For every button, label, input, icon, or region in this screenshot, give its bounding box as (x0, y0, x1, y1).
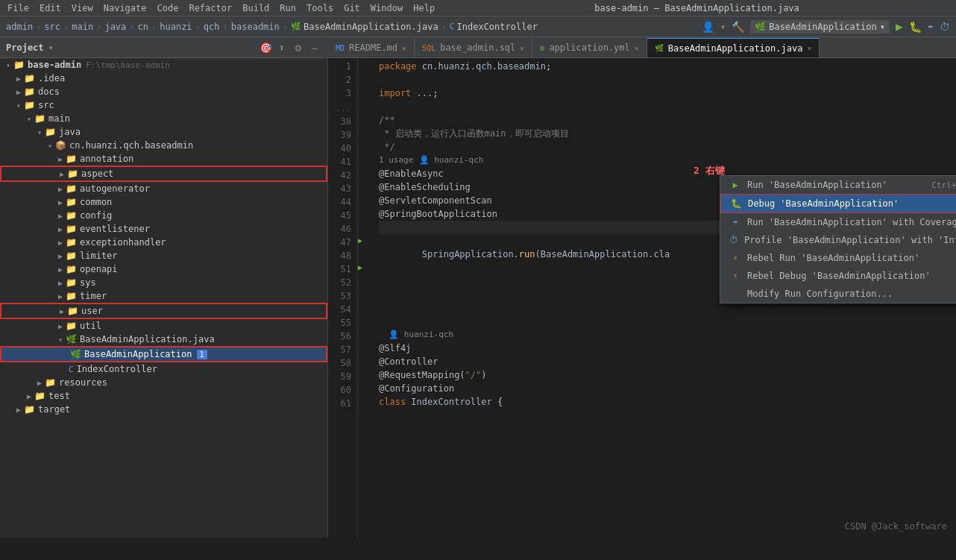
tree-arrow-eventlistener[interactable]: ▶ (55, 225, 66, 233)
tree-item-config[interactable]: ▶ 📁 config (0, 209, 327, 222)
run-button[interactable]: ▶ (896, 19, 903, 34)
tab-close-yml[interactable]: ✕ (635, 44, 639, 52)
breadcrumb-admin[interactable]: admin (6, 22, 33, 32)
menu-view[interactable]: View (67, 1, 98, 15)
tree-item-annotation[interactable]: ▶ 📁 annotation (0, 152, 327, 166)
run-config-selector[interactable]: 🌿 BaseAdminApplication ▾ (750, 20, 890, 34)
menu-window[interactable]: Window (366, 1, 407, 15)
tree-arrow-idea[interactable]: ▶ (13, 75, 24, 83)
ctx-item-debug[interactable]: 🐛 Debug 'BaseAdminApplication' (720, 194, 956, 213)
tree-item-eventlistener[interactable]: ▶ 📁 eventlistener (0, 222, 327, 236)
tab-close-java[interactable]: ✕ (807, 44, 811, 52)
breadcrumb-main[interactable]: main (72, 22, 93, 32)
tree-arrow-resources[interactable]: ▶ (34, 379, 45, 387)
tree-arrow-user[interactable]: ▶ (57, 307, 67, 315)
tab-close-sql[interactable]: ✕ (520, 44, 524, 52)
ctx-item-rebel-debug[interactable]: ⚡ Rebel Debug 'BaseAdminApplication' (720, 267, 956, 285)
sidebar-locate-icon[interactable]: 🎯 (259, 41, 272, 54)
sidebar-settings-icon[interactable]: ⚙ (292, 41, 305, 54)
tree-item-idea[interactable]: ▶ 📁 .idea (0, 72, 327, 85)
tree-item-openapi[interactable]: ▶ 📁 openapi (0, 262, 327, 276)
tree-item-sys[interactable]: ▶ 📁 sys (0, 276, 327, 289)
tree-arrow-target[interactable]: ▶ (13, 406, 24, 414)
tree-arrow-annotation[interactable]: ▶ (55, 155, 66, 163)
tree-arrow-timer[interactable]: ▶ (55, 292, 66, 301)
tree-item-resources[interactable]: ▶ 📁 resources (0, 376, 327, 389)
menu-help[interactable]: Help (409, 1, 439, 15)
tree-item-baseadminapplication-java[interactable]: ▾ 🌿 BaseAdminApplication.java (0, 333, 327, 346)
tree-arrow-exceptionhandler[interactable]: ▶ (55, 239, 66, 247)
breadcrumb-indexcontroller[interactable]: IndexController (457, 22, 538, 32)
hammer-icon[interactable]: 🔨 (732, 21, 744, 33)
sidebar-content[interactable]: ▾ 📁 base-admin F:\tmp\base-admin ▶ 📁 .id… (0, 58, 327, 538)
tree-item-baseadminapplication-class[interactable]: 🌿 BaseAdminApplication 1 (0, 346, 327, 362)
menu-code[interactable]: Code (153, 1, 183, 15)
breadcrumb-baseadmin[interactable]: baseadmin (231, 22, 280, 32)
menu-build[interactable]: Build (238, 1, 274, 15)
tree-arrow-config[interactable]: ▶ (55, 212, 66, 220)
menu-tools[interactable]: Tools (302, 1, 338, 15)
tab-close-readme[interactable]: ✕ (402, 44, 406, 52)
breadcrumb-huanzi[interactable]: huanzi (160, 22, 192, 32)
sidebar-close-icon[interactable]: — (308, 41, 321, 54)
tree-arrow-aspect[interactable]: ▶ (57, 170, 67, 178)
tree-arrow-package[interactable]: ▾ (45, 142, 55, 150)
tree-item-docs[interactable]: ▶ 📁 docs (0, 85, 327, 98)
tree-item-util[interactable]: ▶ 📁 util (0, 319, 327, 333)
tree-arrow-sys[interactable]: ▶ (55, 279, 66, 287)
breadcrumb-qch[interactable]: qch (204, 22, 220, 32)
tree-arrow-util[interactable]: ▶ (55, 322, 66, 330)
tree-arrow-common[interactable]: ▶ (55, 198, 66, 207)
menu-run[interactable]: Run (275, 1, 301, 15)
tree-item-src[interactable]: ▾ 📁 src (0, 98, 327, 112)
tree-item-main[interactable]: ▾ 📁 main (0, 112, 327, 125)
ctx-item-modify[interactable]: Modify Run Configuration... (720, 285, 956, 303)
tree-item-aspect[interactable]: ▶ 📁 aspect (0, 166, 327, 182)
tree-item-indexcontroller[interactable]: C IndexController (0, 362, 327, 376)
tree-item-limiter[interactable]: ▶ 📁 limiter (0, 249, 327, 262)
tree-item-timer[interactable]: ▶ 📁 timer (0, 289, 327, 303)
debug-button[interactable]: 🐛 (909, 21, 922, 33)
breadcrumb-baseadminapplication[interactable]: BaseAdminApplication.java (304, 22, 438, 32)
tree-arrow-java[interactable]: ▾ (34, 128, 45, 136)
tree-item-target[interactable]: ▶ 📁 target (0, 403, 327, 416)
tree-arrow-main[interactable]: ▾ (24, 115, 34, 123)
tab-readme[interactable]: MD README.md ✕ (328, 38, 415, 57)
tree-item-autogenerator[interactable]: ▶ 📁 autogenerator (0, 182, 327, 195)
breadcrumb-src[interactable]: src (44, 22, 60, 32)
tab-yml[interactable]: ⚙ application.yml ✕ (532, 38, 647, 57)
profile-button[interactable]: ⏱ (940, 21, 950, 33)
coverage-button[interactable]: ☂ (928, 21, 934, 33)
tree-item-user[interactable]: ▶ 📁 user (0, 303, 327, 319)
tree-item-package[interactable]: ▾ 📦 cn.huanzi.qch.baseadmin (0, 139, 327, 152)
tree-arrow-autogenerator[interactable]: ▶ (55, 185, 66, 193)
vcs-icon[interactable]: 👤 (702, 21, 714, 33)
tree-arrow-limiter[interactable]: ▶ (55, 252, 66, 260)
tree-item-java[interactable]: ▾ 📁 java (0, 125, 327, 139)
breadcrumb-cn[interactable]: cn (138, 22, 148, 32)
tree-arrow-docs[interactable]: ▶ (13, 88, 24, 96)
tree-item-exceptionhandler[interactable]: ▶ 📁 exceptionhandler (0, 236, 327, 249)
menu-navigate[interactable]: Navigate (99, 1, 151, 15)
tree-arrow-openapi[interactable]: ▶ (55, 265, 66, 274)
sidebar-dropdown[interactable]: ▾ (48, 43, 54, 53)
tab-sql[interactable]: SQL base_admin.sql ✕ (415, 38, 532, 57)
ctx-item-rebel-run[interactable]: ⚡ Rebel Run 'BaseAdminApplication' (720, 249, 956, 267)
tree-arrow-src[interactable]: ▾ (13, 101, 24, 110)
sidebar-collapse-icon[interactable]: ⬆ (275, 41, 289, 54)
ctx-item-profile[interactable]: ⏱ Profile 'BaseAdminApplication' with 'I… (720, 231, 956, 249)
menu-file[interactable]: File (3, 1, 34, 15)
menu-refactor[interactable]: Refactor (184, 1, 236, 15)
tab-baseadminapplication[interactable]: 🌿 BaseAdminApplication.java ✕ (647, 38, 820, 57)
ctx-item-run[interactable]: ▶ Run 'BaseAdminApplication' Ctrl+Shift+… (720, 176, 956, 194)
ctx-item-coverage[interactable]: ☂ Run 'BaseAdminApplication' with Covera… (720, 213, 956, 231)
tree-item-base-admin[interactable]: ▾ 📁 base-admin F:\tmp\base-admin (0, 58, 327, 72)
tree-arrow-baa[interactable]: ▾ (55, 336, 66, 344)
breadcrumb-java[interactable]: java (104, 22, 126, 32)
menu-git[interactable]: Git (339, 1, 365, 15)
tree-arrow[interactable]: ▾ (3, 61, 13, 69)
tree-item-test[interactable]: ▶ 📁 test (0, 389, 327, 403)
tree-arrow-test[interactable]: ▶ (24, 392, 34, 400)
tree-item-common[interactable]: ▶ 📁 common (0, 195, 327, 209)
menu-edit[interactable]: Edit (35, 1, 66, 15)
